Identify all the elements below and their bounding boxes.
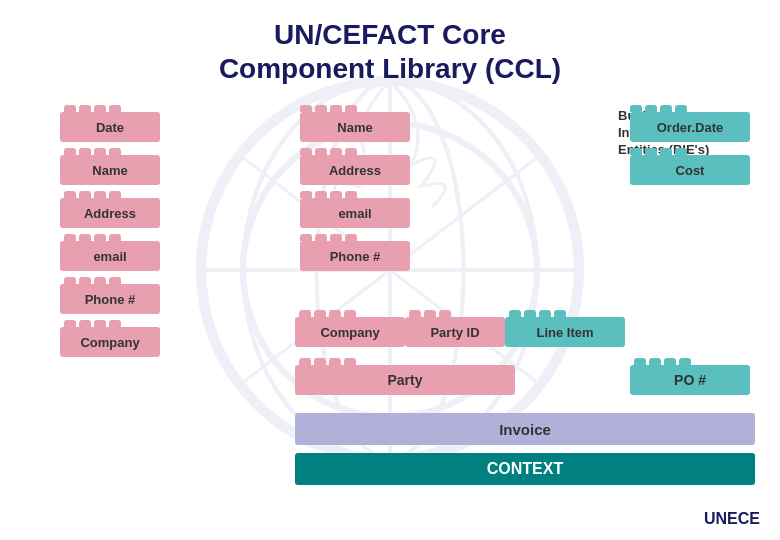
page-title: UN/CEFACT Core Component Library (CCL) xyxy=(0,0,780,105)
brick-top xyxy=(300,234,357,241)
list-item: Name xyxy=(300,105,410,142)
brick-top xyxy=(299,358,515,365)
list-item: Company xyxy=(60,320,160,357)
brick-top xyxy=(630,148,687,155)
main-content: UN/CEFACT Core Component Library (CCL) B… xyxy=(0,0,780,540)
brick-top xyxy=(509,310,566,317)
mid-address-brick: Address xyxy=(300,155,410,185)
brick-top xyxy=(409,310,451,317)
mid-name-brick: Name xyxy=(300,112,410,142)
brick-top xyxy=(300,105,357,112)
orderdate-brick: Order.Date xyxy=(630,112,750,142)
unece-label: UNECE xyxy=(704,510,760,528)
brick-top xyxy=(64,234,121,241)
context-bar: CONTEXT xyxy=(295,453,755,485)
brick-top xyxy=(299,310,356,317)
list-item: Cost xyxy=(630,148,750,185)
brick-top xyxy=(64,148,121,155)
invoice-bar: Invoice xyxy=(295,413,755,445)
list-item: email xyxy=(300,191,410,228)
party-row: Party xyxy=(295,358,515,395)
list-item: Date xyxy=(60,105,160,142)
date-brick: Date xyxy=(60,112,160,142)
po-row: PO # xyxy=(630,358,750,395)
email-brick: email xyxy=(60,241,160,271)
brick-top xyxy=(634,358,750,365)
compound-row: Company Party ID Line Item xyxy=(295,310,625,347)
name-brick: Name xyxy=(60,155,160,185)
list-item: Name xyxy=(60,148,160,185)
list-item: Address xyxy=(300,148,410,185)
compound-partyid: Party ID xyxy=(405,310,505,347)
compound-items: Company Party ID Line Item xyxy=(295,310,625,347)
brick-top xyxy=(64,277,121,284)
compound-company: Company xyxy=(295,310,405,347)
compound-lineitem-brick: Line Item xyxy=(505,317,625,347)
compound-partyid-brick: Party ID xyxy=(405,317,505,347)
brick-top xyxy=(64,105,121,112)
po-brick: PO # xyxy=(630,365,750,395)
list-item: Address xyxy=(60,191,160,228)
phone-brick: Phone # xyxy=(60,284,160,314)
company-brick: Company xyxy=(60,327,160,357)
address-brick: Address xyxy=(60,198,160,228)
brick-top xyxy=(300,191,357,198)
right-column: Order.Date Cost xyxy=(630,105,750,191)
brick-top xyxy=(64,191,121,198)
brick-top xyxy=(64,320,121,327)
mid-phone-brick: Phone # xyxy=(300,241,410,271)
compound-company-brick: Company xyxy=(295,317,405,347)
list-item: Phone # xyxy=(60,277,160,314)
left-column: Date Name Address email Phone # xyxy=(60,105,160,357)
mid-email-brick: email xyxy=(300,198,410,228)
list-item: email xyxy=(60,234,160,271)
brick-top xyxy=(300,148,357,155)
list-item: Phone # xyxy=(300,234,410,271)
brick-top xyxy=(630,105,687,112)
mid-column: Name Address email Phone # xyxy=(300,105,410,277)
party-brick: Party xyxy=(295,365,515,395)
compound-lineitem: Line Item xyxy=(505,310,625,347)
cost-brick: Cost xyxy=(630,155,750,185)
list-item: Order.Date xyxy=(630,105,750,142)
